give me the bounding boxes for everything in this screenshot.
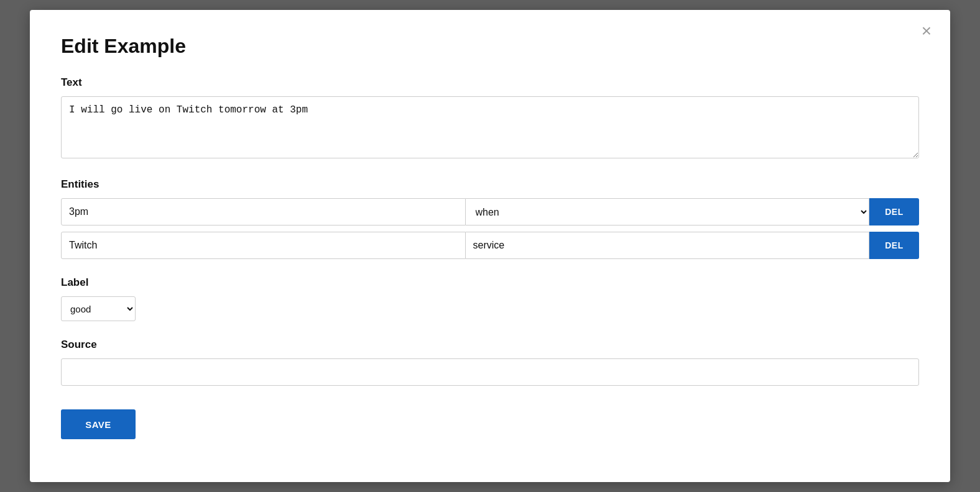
source-section: Source: [61, 339, 919, 386]
entity-text-1[interactable]: [61, 198, 466, 226]
entity-text-2[interactable]: [61, 232, 466, 259]
entity-delete-button-2[interactable]: DEL: [869, 232, 919, 259]
entities-section-label: Entities: [61, 178, 919, 191]
edit-example-modal: Edit Example × Text I will go live on Tw…: [30, 10, 950, 482]
text-input[interactable]: I will go live on Twitch tomorrow at 3pm: [61, 96, 919, 158]
entity-row-1: when service who DEL: [61, 198, 919, 226]
text-section-label: Text: [61, 76, 919, 89]
entity-row-2: DEL: [61, 232, 919, 259]
label-section: Label good bad neutral: [61, 276, 919, 321]
modal-overlay: Edit Example × Text I will go live on Tw…: [0, 0, 980, 492]
save-button[interactable]: SAVE: [61, 409, 136, 439]
source-section-label: Source: [61, 339, 919, 351]
entities-section: Entities when service who DEL DEL: [61, 178, 919, 259]
entity-delete-button-1[interactable]: DEL: [869, 198, 919, 226]
source-input[interactable]: [61, 358, 919, 386]
entity-type-select-1[interactable]: when service who: [466, 198, 870, 226]
label-select[interactable]: good bad neutral: [61, 296, 136, 321]
entity-type-2[interactable]: [466, 232, 870, 259]
text-section: Text I will go live on Twitch tomorrow a…: [61, 76, 919, 161]
close-button[interactable]: ×: [922, 22, 931, 40]
label-section-label: Label: [61, 276, 919, 289]
modal-title: Edit Example: [61, 35, 919, 58]
